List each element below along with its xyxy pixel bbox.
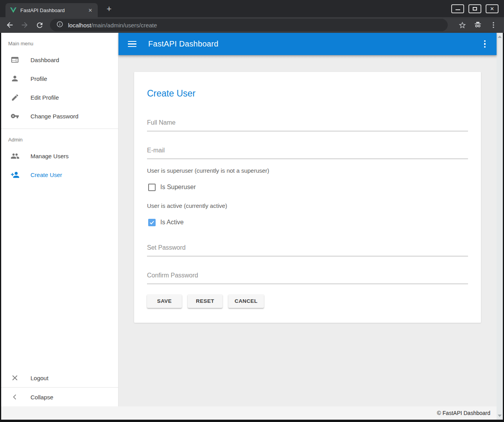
is-superuser-row: Is Superuser — [147, 182, 468, 192]
sidebar-item-logout[interactable]: Logout — [1, 368, 118, 387]
maximize-button[interactable] — [468, 4, 481, 13]
reset-button[interactable]: RESET — [188, 294, 222, 308]
person-icon — [10, 74, 20, 83]
sidebar-section-admin: Admin — [1, 129, 118, 147]
person-add-icon — [10, 170, 20, 179]
tab-title: FastAPI Dashboard — [20, 7, 87, 13]
browser-tab[interactable]: FastAPI Dashboard ✕ — [5, 3, 98, 17]
key-icon — [10, 111, 20, 121]
confirm-password-field — [147, 272, 468, 284]
is-superuser-checkbox[interactable] — [148, 184, 156, 191]
email-input[interactable] — [147, 147, 468, 154]
pencil-icon — [10, 93, 20, 102]
footer: © FastAPI Dashboard — [1, 406, 497, 420]
is-active-checkbox[interactable] — [148, 219, 156, 226]
checkbox-label: Is Superuser — [160, 184, 196, 191]
sidebar-item-label: Collapse — [30, 394, 53, 401]
new-tab-button[interactable]: + — [104, 4, 114, 14]
content-area: Create User User is superuser (currently… — [118, 55, 497, 406]
forward-arrow-icon[interactable] — [20, 20, 30, 30]
url-host: localhost — [68, 22, 91, 29]
form-buttons: SAVE RESET CANCEL — [147, 294, 468, 308]
set-password-input[interactable] — [147, 244, 468, 251]
bookmark-star-icon[interactable] — [457, 20, 467, 30]
sidebar-item-edit-profile[interactable]: Edit Profile — [1, 88, 118, 107]
browser-window: FastAPI Dashboard ✕ + ✕ localhost/main/a… — [0, 0, 504, 422]
info-icon[interactable] — [56, 21, 63, 29]
address-bar[interactable]: localhost/main/admin/users/create — [50, 19, 448, 31]
window-controls: ✕ — [451, 4, 499, 13]
url-path: /main/admin/users/create — [91, 22, 157, 29]
page: Main menu Dashboard Profile — [1, 33, 503, 420]
page-title: Create User — [147, 72, 468, 99]
scrollbar-up-arrow-icon[interactable] — [498, 36, 502, 38]
incognito-icon — [473, 20, 483, 30]
browser-toolbar: localhost/main/admin/users/create — [0, 17, 504, 33]
vue-logo-icon — [10, 7, 16, 13]
back-arrow-icon[interactable] — [5, 20, 15, 30]
full-name-input[interactable] — [147, 119, 468, 126]
dashboard-icon — [10, 55, 20, 64]
copyright-text: © FastAPI Dashboard — [437, 410, 490, 416]
tab-strip: FastAPI Dashboard ✕ + ✕ — [0, 0, 504, 17]
appbar-title: FastAPI Dashboard — [148, 39, 219, 48]
cancel-button[interactable]: CANCEL — [228, 294, 264, 308]
sidebar-item-label: Change Password — [30, 113, 79, 120]
superuser-hint: User is superuser (currently is not a su… — [147, 167, 468, 174]
sidebar-item-label: Manage Users — [30, 153, 69, 159]
set-password-field — [147, 244, 468, 256]
minimize-button[interactable] — [451, 4, 464, 13]
appbar-kebab-menu-icon[interactable] — [480, 40, 490, 48]
sidebar: Main menu Dashboard Profile — [1, 33, 118, 406]
sidebar-item-label: Profile — [30, 75, 47, 82]
sidebar-item-create-user[interactable]: Create User — [1, 165, 118, 184]
app-bar: FastAPI Dashboard — [118, 33, 497, 55]
full-name-field — [147, 119, 468, 131]
sidebar-item-collapse[interactable]: Collapse — [1, 388, 118, 406]
scrollbar-down-arrow-icon[interactable] — [498, 415, 502, 417]
sidebar-item-profile[interactable]: Profile — [1, 69, 118, 88]
sidebar-section-main-menu: Main menu — [1, 33, 118, 50]
hamburger-menu-icon[interactable] — [128, 41, 136, 47]
confirm-password-input[interactable] — [147, 272, 468, 279]
reload-icon[interactable] — [34, 20, 45, 30]
close-icon — [10, 373, 20, 383]
chevron-left-icon — [10, 392, 20, 402]
save-button[interactable]: SAVE — [147, 294, 182, 308]
main-area: FastAPI Dashboard Create User — [118, 33, 497, 406]
sidebar-item-manage-users[interactable]: Manage Users — [1, 147, 118, 165]
active-hint: User is active (currently active) — [147, 202, 468, 209]
sidebar-item-label: Edit Profile — [30, 94, 59, 101]
sidebar-item-label: Logout — [30, 375, 48, 381]
browser-menu-kebab-icon[interactable] — [488, 20, 499, 30]
checkbox-label: Is Active — [160, 219, 184, 226]
group-icon — [10, 151, 20, 161]
sidebar-item-label: Create User — [30, 172, 62, 178]
sidebar-item-change-password[interactable]: Change Password — [1, 107, 118, 125]
close-button[interactable]: ✕ — [486, 4, 499, 13]
is-active-row: Is Active — [147, 218, 468, 227]
tab-close-icon[interactable]: ✕ — [87, 7, 94, 14]
email-field — [147, 147, 468, 159]
create-user-card: Create User User is superuser (currently… — [134, 72, 481, 323]
sidebar-item-dashboard[interactable]: Dashboard — [1, 50, 118, 69]
page-scrollbar[interactable] — [497, 33, 503, 420]
sidebar-item-label: Dashboard — [30, 57, 59, 63]
